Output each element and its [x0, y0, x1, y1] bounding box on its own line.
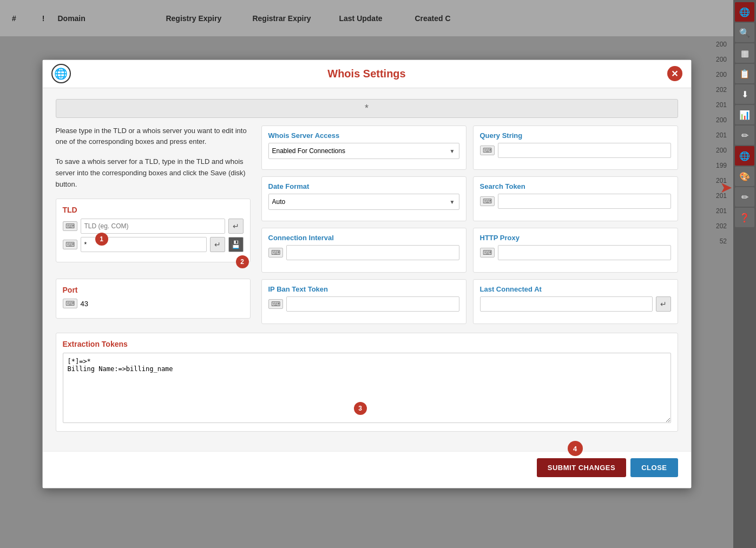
- whois-server-select[interactable]: Enabled For Connections Disabled Read On…: [268, 143, 459, 159]
- kbd-icon-2: ⌨: [63, 240, 77, 249]
- http-proxy-input[interactable]: [498, 245, 671, 260]
- tld-enter-button[interactable]: ↵: [228, 219, 244, 234]
- kbd-icon-query: ⌨: [480, 146, 495, 155]
- kbd-icon-1: ⌨: [63, 221, 77, 231]
- connection-interval-input[interactable]: [286, 245, 459, 260]
- http-proxy-section: HTTP Proxy ⌨: [473, 228, 678, 273]
- connection-interval-section: Connection Interval ⌨: [261, 228, 466, 273]
- ip-ban-input[interactable]: [286, 296, 459, 312]
- sidebar-pencil-icon[interactable]: ✏: [735, 187, 754, 207]
- sidebar-search-icon[interactable]: 🔍: [735, 23, 754, 42]
- step-badge-1: 1: [95, 233, 108, 246]
- modal-overlay: 🌐 Whois Settings ✕ * Please type in the …: [0, 0, 733, 548]
- ip-ban-label: IP Ban Text Token: [268, 285, 459, 293]
- port-value: 43: [81, 300, 88, 308]
- modal-globe-icon: 🌐: [51, 64, 71, 83]
- tld-input-row-2: ⌨ ↵ 💾 1 2: [63, 237, 244, 252]
- submit-changes-button[interactable]: SUBMIT CHANGES: [537, 458, 626, 477]
- query-string-section: Query String ⌨: [473, 126, 678, 170]
- tld-input[interactable]: [81, 219, 225, 234]
- last-connected-input-row: ↵: [480, 296, 671, 312]
- kbd-icon-ipban: ⌨: [268, 299, 283, 309]
- tld-field-group: TLD ⌨ ↵ ⌨ ↵ 💾 1: [56, 199, 251, 262]
- sidebar-palette-icon[interactable]: 🎨: [735, 167, 754, 186]
- step-badge-4: 4: [568, 441, 583, 456]
- sidebar-globe-icon[interactable]: 🌐: [735, 2, 754, 22]
- connection-interval-input-row: ⌨: [268, 245, 459, 260]
- http-proxy-input-row: ⌨: [480, 245, 671, 260]
- sidebar-globe2-icon[interactable]: 🌐: [735, 146, 754, 166]
- info-text-1: Please type in the TLD or a whois server…: [56, 126, 251, 148]
- kbd-icon-port: ⌨: [63, 299, 77, 308]
- search-token-input[interactable]: [498, 194, 671, 209]
- star-indicator: *: [56, 99, 678, 118]
- modal-title: Whois Settings: [327, 68, 405, 80]
- sidebar-clipboard-icon[interactable]: 📋: [735, 64, 754, 83]
- whois-settings-modal: 🌐 Whois Settings ✕ * Please type in the …: [42, 60, 692, 489]
- tld-reset-button[interactable]: ↵: [210, 237, 225, 252]
- ip-ban-input-row: ⌨: [268, 296, 459, 312]
- http-proxy-label: HTTP Proxy: [480, 234, 671, 242]
- tld-label: TLD: [63, 206, 244, 214]
- close-button[interactable]: CLOSE: [630, 458, 678, 477]
- modal-body: * Please type in the TLD or a whois serv…: [43, 88, 691, 452]
- sidebar-chart-icon[interactable]: 📊: [735, 105, 754, 124]
- modal-header: 🌐 Whois Settings ✕: [43, 60, 691, 88]
- whois-server-label: Whois Server Access: [268, 131, 459, 140]
- ip-ban-section: IP Ban Text Token ⌨: [261, 279, 466, 324]
- sidebar-download-icon[interactable]: ⬇: [735, 84, 754, 104]
- content-row: Please type in the TLD or a whois server…: [56, 126, 678, 325]
- sidebar-grid-icon[interactable]: ▦: [735, 43, 754, 63]
- connection-interval-label: Connection Interval: [268, 234, 459, 242]
- last-connected-input[interactable]: [480, 296, 653, 312]
- search-token-label: Search Token: [480, 182, 671, 190]
- date-format-label: Date Format: [268, 182, 459, 190]
- modal-footer: 4 SUBMIT CHANGES CLOSE: [43, 451, 691, 488]
- whois-server-section: Whois Server Access Enabled For Connecti…: [261, 126, 466, 170]
- kbd-icon-proxy: ⌨: [480, 248, 495, 258]
- date-format-select-wrapper: Auto Manual ISO: [268, 194, 459, 210]
- whois-server-select-wrapper: Enabled For Connections Disabled Read On…: [268, 143, 459, 159]
- date-format-section: Date Format Auto Manual ISO: [261, 176, 466, 221]
- tld-save-button[interactable]: 💾: [228, 237, 244, 252]
- search-token-input-row: ⌨: [480, 194, 671, 209]
- modal-close-button[interactable]: ✕: [667, 66, 682, 81]
- port-input-row: ⌨ 43: [63, 299, 244, 308]
- query-string-label: Query String: [480, 131, 671, 140]
- last-connected-section: Last Connected At ↵: [473, 279, 678, 324]
- right-sidebar: 🌐 🔍 ▦ 📋 ⬇ 📊 ✏ 🌐 🎨 ✏ ❓: [733, 0, 756, 548]
- kbd-icon-connection: ⌨: [268, 248, 283, 258]
- date-format-select[interactable]: Auto Manual ISO: [268, 194, 459, 210]
- step-badge-2: 2: [236, 255, 249, 268]
- step-badge-3: 3: [354, 402, 367, 415]
- extraction-textarea[interactable]: [*]=>* Billing Name:=>billing_name: [63, 353, 671, 423]
- port-label: Port: [63, 286, 244, 294]
- tld-input-row-1: ⌨ ↵: [63, 219, 244, 234]
- sidebar-edit-icon[interactable]: ✏: [735, 126, 754, 145]
- left-panel: Please type in the TLD or a whois server…: [56, 126, 251, 325]
- last-connected-label: Last Connected At: [480, 285, 671, 293]
- kbd-icon-search: ⌨: [480, 196, 495, 206]
- extraction-label: Extraction Tokens: [63, 340, 671, 348]
- red-arrow: ➤: [720, 179, 732, 196]
- port-field-group: Port ⌨ 43: [56, 279, 251, 319]
- info-text-2: To save a whois server for a TLD, type i…: [56, 156, 251, 190]
- sidebar-help-icon[interactable]: ❓: [735, 208, 754, 227]
- right-form-panel: Whois Server Access Enabled For Connecti…: [261, 126, 678, 325]
- last-connected-enter-btn[interactable]: ↵: [656, 296, 671, 312]
- query-string-input-row: ⌨: [480, 143, 671, 158]
- query-string-input[interactable]: [498, 143, 671, 158]
- extraction-section: Extraction Tokens [*]=>* Billing Name:=>…: [56, 333, 678, 432]
- search-token-section: Search Token ⌨: [473, 176, 678, 221]
